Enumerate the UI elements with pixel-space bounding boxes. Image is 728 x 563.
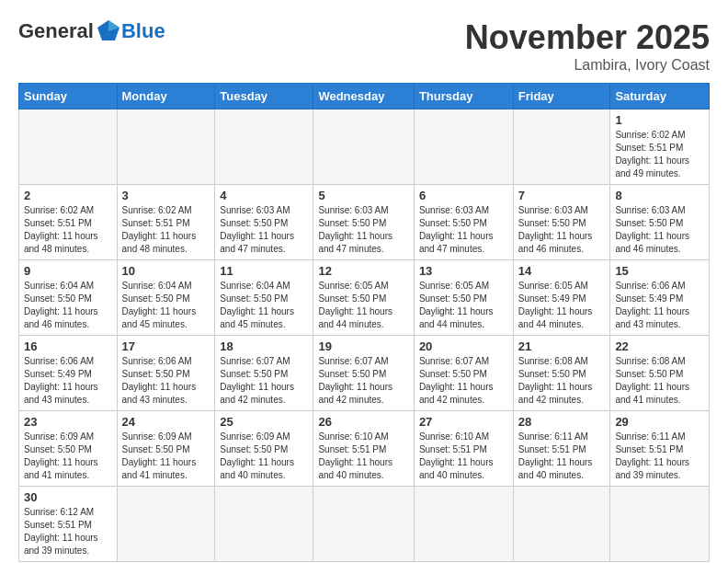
weekday-header-friday: Friday	[513, 84, 610, 109]
day-info: Sunrise: 6:04 AM Sunset: 5:50 PM Dayligh…	[122, 280, 210, 331]
weekday-header-row: SundayMondayTuesdayWednesdayThursdayFrid…	[19, 84, 710, 109]
calendar-cell: 29Sunrise: 6:11 AM Sunset: 5:51 PM Dayli…	[610, 411, 710, 487]
day-info: Sunrise: 6:06 AM Sunset: 5:50 PM Dayligh…	[122, 355, 210, 407]
week-row-2: 9Sunrise: 6:04 AM Sunset: 5:50 PM Daylig…	[19, 260, 710, 336]
calendar-cell	[215, 109, 313, 185]
calendar-cell: 6Sunrise: 6:03 AM Sunset: 5:50 PM Daylig…	[414, 185, 513, 260]
day-number: 28	[518, 415, 606, 429]
calendar-cell: 14Sunrise: 6:05 AM Sunset: 5:49 PM Dayli…	[513, 260, 610, 336]
day-number: 5	[318, 189, 408, 202]
header: General Blue November 2025 Lambira, Ivor…	[18, 18, 710, 74]
day-info: Sunrise: 6:11 AM Sunset: 5:51 PM Dayligh…	[518, 431, 606, 482]
day-info: Sunrise: 6:04 AM Sunset: 5:50 PM Dayligh…	[24, 280, 112, 331]
day-info: Sunrise: 6:04 AM Sunset: 5:50 PM Dayligh…	[220, 280, 308, 331]
day-number: 14	[518, 264, 606, 278]
day-number: 19	[318, 339, 408, 353]
calendar-cell	[313, 487, 414, 562]
day-number: 12	[318, 264, 408, 278]
logo-icon	[96, 18, 121, 44]
calendar-cell: 22Sunrise: 6:08 AM Sunset: 5:50 PM Dayli…	[610, 336, 710, 411]
day-info: Sunrise: 6:03 AM Sunset: 5:50 PM Dayligh…	[615, 204, 704, 256]
calendar-cell: 24Sunrise: 6:09 AM Sunset: 5:50 PM Dayli…	[117, 411, 215, 487]
month-title: November 2025	[465, 18, 710, 57]
day-number: 6	[419, 189, 508, 202]
day-number: 10	[122, 264, 210, 278]
day-info: Sunrise: 6:02 AM Sunset: 5:51 PM Dayligh…	[24, 204, 112, 256]
weekday-header-wednesday: Wednesday	[313, 84, 414, 109]
week-row-0: 1Sunrise: 6:02 AM Sunset: 5:51 PM Daylig…	[19, 109, 710, 185]
week-row-3: 16Sunrise: 6:06 AM Sunset: 5:49 PM Dayli…	[19, 336, 710, 411]
day-info: Sunrise: 6:09 AM Sunset: 5:50 PM Dayligh…	[122, 431, 210, 482]
calendar-cell	[117, 109, 215, 185]
day-number: 16	[24, 339, 112, 353]
calendar-cell: 3Sunrise: 6:02 AM Sunset: 5:51 PM Daylig…	[117, 185, 215, 260]
day-info: Sunrise: 6:10 AM Sunset: 5:51 PM Dayligh…	[318, 431, 408, 482]
day-info: Sunrise: 6:03 AM Sunset: 5:50 PM Dayligh…	[419, 204, 508, 256]
calendar-cell	[19, 109, 118, 185]
weekday-header-tuesday: Tuesday	[215, 84, 313, 109]
day-number: 27	[419, 415, 508, 429]
calendar-cell: 1Sunrise: 6:02 AM Sunset: 5:51 PM Daylig…	[610, 109, 710, 185]
day-number: 24	[122, 415, 210, 429]
calendar-cell: 25Sunrise: 6:09 AM Sunset: 5:50 PM Dayli…	[215, 411, 313, 487]
day-number: 2	[24, 189, 112, 202]
calendar-cell: 30Sunrise: 6:12 AM Sunset: 5:51 PM Dayli…	[19, 487, 118, 562]
day-number: 18	[220, 339, 308, 353]
day-info: Sunrise: 6:03 AM Sunset: 5:50 PM Dayligh…	[518, 204, 606, 256]
day-info: Sunrise: 6:06 AM Sunset: 5:49 PM Dayligh…	[24, 355, 112, 407]
calendar-cell: 15Sunrise: 6:06 AM Sunset: 5:49 PM Dayli…	[610, 260, 710, 336]
day-number: 17	[122, 339, 210, 353]
calendar-cell	[215, 487, 313, 562]
day-number: 7	[518, 189, 606, 202]
calendar-cell: 21Sunrise: 6:08 AM Sunset: 5:50 PM Dayli…	[513, 336, 610, 411]
day-number: 30	[24, 490, 112, 504]
calendar-cell: 19Sunrise: 6:07 AM Sunset: 5:50 PM Dayli…	[313, 336, 414, 411]
calendar-cell	[313, 109, 414, 185]
day-info: Sunrise: 6:12 AM Sunset: 5:51 PM Dayligh…	[24, 506, 112, 557]
calendar-cell: 20Sunrise: 6:07 AM Sunset: 5:50 PM Dayli…	[414, 336, 513, 411]
weekday-header-saturday: Saturday	[610, 84, 710, 109]
calendar-cell: 2Sunrise: 6:02 AM Sunset: 5:51 PM Daylig…	[19, 185, 118, 260]
calendar-cell: 28Sunrise: 6:11 AM Sunset: 5:51 PM Dayli…	[513, 411, 610, 487]
day-info: Sunrise: 6:11 AM Sunset: 5:51 PM Dayligh…	[615, 431, 704, 482]
day-number: 11	[220, 264, 308, 278]
calendar-cell: 27Sunrise: 6:10 AM Sunset: 5:51 PM Dayli…	[414, 411, 513, 487]
day-info: Sunrise: 6:05 AM Sunset: 5:50 PM Dayligh…	[318, 280, 408, 331]
title-area: November 2025 Lambira, Ivory Coast	[465, 18, 710, 74]
calendar-cell	[513, 109, 610, 185]
day-number: 25	[220, 415, 308, 429]
day-info: Sunrise: 6:09 AM Sunset: 5:50 PM Dayligh…	[220, 431, 308, 482]
calendar-cell: 10Sunrise: 6:04 AM Sunset: 5:50 PM Dayli…	[117, 260, 215, 336]
logo-general-text: General	[18, 19, 94, 43]
day-info: Sunrise: 6:10 AM Sunset: 5:51 PM Dayligh…	[419, 431, 508, 482]
day-info: Sunrise: 6:05 AM Sunset: 5:49 PM Dayligh…	[518, 280, 606, 331]
logo-blue-text: Blue	[121, 19, 165, 43]
calendar-cell: 11Sunrise: 6:04 AM Sunset: 5:50 PM Dayli…	[215, 260, 313, 336]
calendar-cell	[414, 109, 513, 185]
calendar-cell: 9Sunrise: 6:04 AM Sunset: 5:50 PM Daylig…	[19, 260, 118, 336]
day-info: Sunrise: 6:07 AM Sunset: 5:50 PM Dayligh…	[220, 355, 308, 407]
week-row-4: 23Sunrise: 6:09 AM Sunset: 5:50 PM Dayli…	[19, 411, 710, 487]
calendar-cell: 4Sunrise: 6:03 AM Sunset: 5:50 PM Daylig…	[215, 185, 313, 260]
logo-area: General Blue	[18, 18, 165, 44]
weekday-header-sunday: Sunday	[19, 84, 118, 109]
week-row-1: 2Sunrise: 6:02 AM Sunset: 5:51 PM Daylig…	[19, 185, 710, 260]
day-number: 15	[615, 264, 704, 278]
location-title: Lambira, Ivory Coast	[465, 57, 710, 74]
day-info: Sunrise: 6:07 AM Sunset: 5:50 PM Dayligh…	[419, 355, 508, 407]
calendar-cell: 16Sunrise: 6:06 AM Sunset: 5:49 PM Dayli…	[19, 336, 118, 411]
day-number: 1	[615, 113, 704, 127]
calendar-cell: 5Sunrise: 6:03 AM Sunset: 5:50 PM Daylig…	[313, 185, 414, 260]
day-number: 8	[615, 189, 704, 202]
calendar-cell: 23Sunrise: 6:09 AM Sunset: 5:50 PM Dayli…	[19, 411, 118, 487]
calendar-cell: 17Sunrise: 6:06 AM Sunset: 5:50 PM Dayli…	[117, 336, 215, 411]
day-info: Sunrise: 6:09 AM Sunset: 5:50 PM Dayligh…	[24, 431, 112, 482]
day-info: Sunrise: 6:06 AM Sunset: 5:49 PM Dayligh…	[615, 280, 704, 331]
day-number: 29	[615, 415, 704, 429]
day-number: 20	[419, 339, 508, 353]
calendar-cell: 13Sunrise: 6:05 AM Sunset: 5:50 PM Dayli…	[414, 260, 513, 336]
day-number: 3	[122, 189, 210, 202]
calendar-cell	[610, 487, 710, 562]
day-number: 23	[24, 415, 112, 429]
day-number: 22	[615, 339, 704, 353]
